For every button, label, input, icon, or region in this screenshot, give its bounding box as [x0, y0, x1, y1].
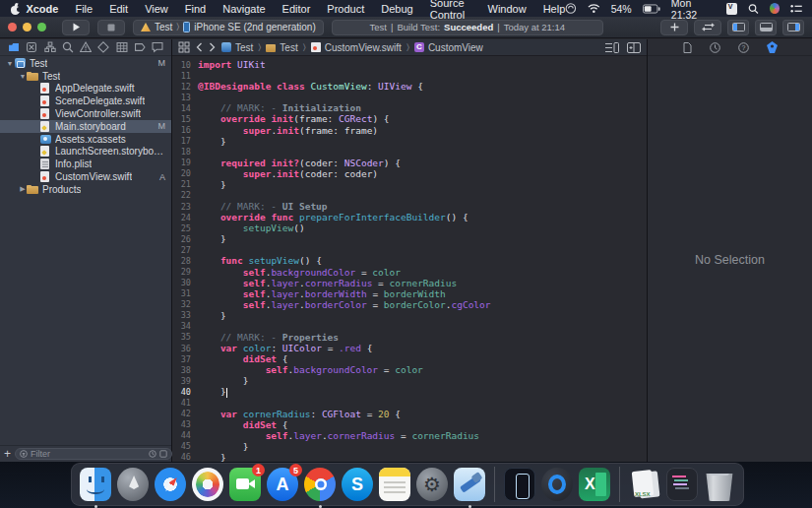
- navigator-tab-debug-icon[interactable]: [116, 41, 128, 53]
- navigator-tab-breakpoints-icon[interactable]: [134, 41, 146, 53]
- editor-swap-button[interactable]: [694, 20, 721, 35]
- dock-item-simulator[interactable]: [504, 468, 535, 501]
- wifi-icon[interactable]: [588, 3, 600, 14]
- navigator-tab-project-icon[interactable]: [8, 41, 20, 53]
- stop-button[interactable]: [97, 20, 125, 35]
- breadcrumb-item-customview[interactable]: CCustomView: [414, 42, 483, 53]
- navigator-tab-issues-icon[interactable]: [80, 41, 92, 53]
- add-editor-icon[interactable]: [627, 42, 641, 53]
- apple-menu-icon[interactable]: [10, 3, 20, 15]
- navigator-item-main-storyboard[interactable]: Main.storyboardM: [0, 120, 171, 133]
- library-add-button[interactable]: [660, 20, 688, 35]
- code-line-11[interactable]: 11: [172, 70, 647, 81]
- attributes-inspector-icon[interactable]: [767, 41, 778, 53]
- menu-navigate[interactable]: Navigate: [222, 3, 265, 15]
- close-window-button[interactable]: [8, 23, 17, 32]
- dock-item-excel[interactable]: X: [579, 468, 610, 501]
- source-code-editor[interactable]: 10import UIKit1112@IBDesignable class Cu…: [172, 57, 647, 462]
- code-line-38[interactable]: 38 self.backgroundColor = color: [172, 364, 647, 375]
- activity-viewer[interactable]: Test | Build Test: Succeeded | Today at …: [332, 20, 603, 35]
- navigator-item-assets-xcassets[interactable]: Assets.xcassets: [0, 133, 171, 146]
- dock-item-skype[interactable]: S: [342, 468, 373, 501]
- navigator-tab-source-control-icon[interactable]: [26, 41, 37, 53]
- navigator-item-products[interactable]: ▶Products: [0, 183, 171, 196]
- menu-source-control[interactable]: Source Control: [430, 0, 471, 21]
- quick-help-inspector-icon[interactable]: ?: [738, 42, 749, 53]
- code-line-44[interactable]: 44 self.layer.cornerRadius = cornerRadiu…: [172, 430, 647, 441]
- navigator-item-viewcontroller-swift[interactable]: ViewController.swift: [0, 107, 171, 120]
- disclosure-triangle[interactable]: ▶: [19, 185, 27, 193]
- menu-find[interactable]: Find: [185, 3, 206, 15]
- code-line-13[interactable]: 13: [172, 92, 647, 102]
- code-line-31[interactable]: 31 self.layer.borderWidth = borderWidth: [172, 288, 647, 299]
- menu-xcode[interactable]: Xcode: [26, 3, 58, 15]
- dock-item-safari[interactable]: [155, 468, 186, 501]
- toggle-navigator-button[interactable]: [727, 20, 749, 35]
- code-line-27[interactable]: 27: [172, 244, 647, 255]
- code-line-43[interactable]: 43 didSet {: [172, 419, 647, 430]
- code-line-37[interactable]: 37 didSet {: [172, 353, 647, 364]
- code-line-26[interactable]: 26 }: [172, 233, 647, 244]
- code-line-28[interactable]: 28 func setupView() {: [172, 255, 647, 266]
- disclosure-triangle[interactable]: ▼: [6, 60, 14, 67]
- run-button[interactable]: [62, 20, 90, 35]
- code-line-15[interactable]: 15 override init(frame: CGRect) {: [172, 113, 647, 124]
- navigator-item-info-plist[interactable]: Info.plist: [0, 158, 171, 170]
- menu-window[interactable]: Window: [488, 3, 527, 15]
- menu-edit[interactable]: Edit: [109, 3, 128, 15]
- dock-item-trash[interactable]: [704, 468, 735, 501]
- dock-item-finder[interactable]: [80, 468, 111, 501]
- navigator-item-test[interactable]: ▼Test: [0, 70, 171, 83]
- code-line-19[interactable]: 19 required init?(coder: NSCoder) {: [172, 158, 647, 168]
- code-line-39[interactable]: 39 }: [172, 375, 647, 386]
- input-source-icon[interactable]: [726, 3, 738, 15]
- dock-item-appstore[interactable]: A5: [267, 468, 298, 501]
- toggle-inspector-button[interactable]: [782, 20, 804, 35]
- navigator-item-scenedelegate-swift[interactable]: SceneDelegate.swift: [0, 95, 171, 107]
- code-line-17[interactable]: 17 }: [172, 136, 647, 147]
- code-line-20[interactable]: 20 super.init(coder: coder): [172, 168, 647, 179]
- code-line-22[interactable]: 22: [172, 190, 647, 201]
- dock-item-photos[interactable]: [192, 468, 223, 501]
- code-line-46[interactable]: 46 }: [172, 452, 647, 462]
- code-line-18[interactable]: 18: [172, 147, 647, 158]
- go-forward-icon[interactable]: [209, 42, 216, 52]
- minimize-window-button[interactable]: [23, 23, 31, 32]
- spotlight-icon[interactable]: [748, 3, 759, 15]
- breadcrumb-item-test[interactable]: Test: [221, 42, 253, 53]
- siri-icon[interactable]: [770, 3, 780, 14]
- code-line-34[interactable]: 34: [172, 321, 647, 332]
- code-line-14[interactable]: 14 // MARK: - Initialization: [172, 102, 647, 113]
- code-line-24[interactable]: 24 override func prepareForInterfaceBuil…: [172, 212, 647, 222]
- add-file-button[interactable]: +: [4, 449, 11, 459]
- history-inspector-icon[interactable]: [710, 42, 720, 53]
- go-back-icon[interactable]: [196, 42, 203, 52]
- scheme-selector[interactable]: Test 〉 iPhone SE (2nd generation): [133, 20, 324, 35]
- code-line-25[interactable]: 25 setupView(): [172, 222, 647, 233]
- recent-filter-icon[interactable]: [149, 450, 156, 458]
- code-line-12[interactable]: 12@IBDesignable class CustomView: UIView…: [172, 81, 647, 92]
- toggle-debug-area-button[interactable]: [755, 20, 777, 35]
- dock-item-minimized-window[interactable]: [666, 468, 698, 501]
- filter-input[interactable]: [31, 449, 146, 459]
- disclosure-triangle[interactable]: ▼: [19, 73, 27, 80]
- dock-item-xcode[interactable]: [454, 468, 485, 501]
- code-line-33[interactable]: 33 }: [172, 310, 647, 321]
- menu-product[interactable]: Product: [327, 3, 364, 15]
- dock-item-system-preferences[interactable]: ⚙: [416, 468, 448, 501]
- menu-editor[interactable]: Editor: [282, 3, 311, 15]
- zoom-window-button[interactable]: [37, 23, 46, 32]
- code-line-23[interactable]: 23 // MARK: - UI Setup: [172, 201, 647, 212]
- notification-center-icon[interactable]: [790, 4, 802, 14]
- navigator-tab-search-icon[interactable]: [62, 41, 74, 53]
- menu-help[interactable]: Help: [543, 3, 566, 15]
- dock-item-docs[interactable]: [629, 468, 660, 501]
- navigator-tab-tests-icon[interactable]: [97, 41, 109, 53]
- code-line-36[interactable]: 36 var color: UIColor = .red {: [172, 343, 647, 353]
- related-items-icon[interactable]: [178, 41, 190, 53]
- navigator-item-customview-swift[interactable]: CustomView.swiftA: [0, 170, 171, 183]
- dock-item-facetime[interactable]: 1: [229, 468, 261, 501]
- menu-debug[interactable]: Debug: [381, 3, 412, 15]
- file-inspector-icon[interactable]: [683, 42, 692, 53]
- dock-item-chrome[interactable]: [304, 468, 336, 501]
